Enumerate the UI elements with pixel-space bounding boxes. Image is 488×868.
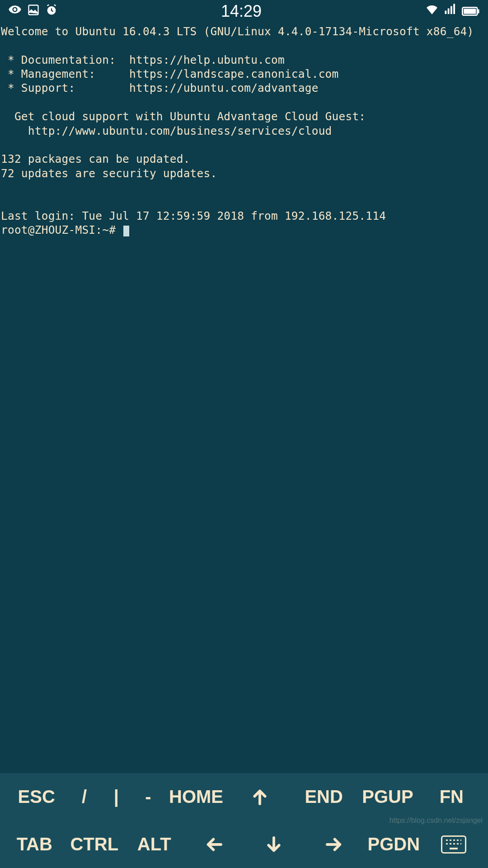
wifi-icon [425,2,439,20]
key-row-1: ESC / | - HOME END PGUP FN [0,773,488,821]
status-left [8,3,58,20]
arrow-down-icon [265,835,283,854]
key-slash[interactable]: / [68,773,100,821]
key-arrow-left[interactable] [184,821,244,868]
status-time: 14:29 [221,2,262,21]
terminal-line: 132 packages can be updated. [1,152,190,165]
keyboard-icon [441,835,466,854]
status-bar: 14:29 [0,0,488,23]
key-home[interactable]: HOME [164,773,228,821]
terminal-line: Welcome to Ubuntu 16.04.3 LTS (GNU/Linux… [1,25,474,38]
key-arrow-right[interactable] [304,821,364,868]
watermark-text: https://blog.csdn.net/zsjangel [389,816,483,825]
key-ctrl[interactable]: CTRL [65,821,125,868]
arrow-left-icon [205,835,223,854]
status-right [425,2,480,20]
terminal-line: * Documentation: https://help.ubuntu.com [1,53,285,66]
key-alt[interactable]: ALT [124,821,184,868]
key-keyboard-toggle[interactable] [424,821,484,868]
alarm-icon [45,3,58,20]
key-fn[interactable]: FN [420,773,483,821]
key-esc[interactable]: ESC [5,773,68,821]
terminal-line: 72 updates are security updates. [1,167,217,180]
eye-icon [8,3,22,20]
terminal-line: Last login: Tue Jul 17 12:59:59 2018 fro… [1,209,386,222]
cursor-icon [123,226,129,236]
svg-point-0 [14,8,16,11]
terminal-prompt: root@ZHOUZ-MSI:~# [1,223,122,236]
key-pgdn[interactable]: PGDN [364,821,424,868]
svg-rect-9 [478,9,479,13]
svg-rect-5 [450,6,452,14]
svg-rect-8 [464,9,476,14]
terminal-line: http://www.ubuntu.com/business/services/… [1,124,332,137]
key-pgup[interactable]: PGUP [356,773,419,821]
svg-rect-6 [453,4,455,14]
svg-rect-3 [445,11,447,14]
key-pipe[interactable]: | [100,773,132,821]
battery-icon [462,3,480,20]
terminal-line: * Management: https://landscape.canonica… [1,67,339,80]
image-icon [27,3,40,20]
key-arrow-up[interactable] [228,773,292,821]
terminal-line: * Support: https://ubuntu.com/advantage [1,81,319,94]
terminal-output[interactable]: Welcome to Ubuntu 16.04.3 LTS (GNU/Linux… [0,23,488,773]
key-dash[interactable]: - [132,773,164,821]
key-end[interactable]: END [292,773,356,821]
svg-rect-4 [448,9,450,14]
key-row-2: TAB CTRL ALT PGDN [0,821,488,868]
arrow-right-icon [325,835,343,854]
arrow-up-icon [251,788,269,806]
key-arrow-down[interactable] [244,821,304,868]
signal-icon [444,3,457,20]
terminal-line: Get cloud support with Ubuntu Advantage … [1,110,366,123]
key-tab[interactable]: TAB [5,821,65,868]
